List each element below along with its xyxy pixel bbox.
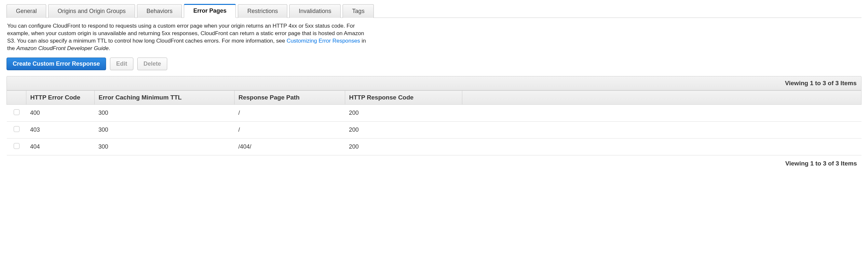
table-row[interactable]: 404 300 /404/ 200 — [7, 138, 862, 155]
col-http-error[interactable]: HTTP Error Code — [26, 91, 95, 104]
col-ttl[interactable]: Error Caching Minimum TTL — [95, 91, 235, 104]
cell-path: /404/ — [235, 138, 345, 155]
cell-ttl: 300 — [95, 138, 235, 155]
tab-row: General Origins and Origin Groups Behavi… — [6, 0, 862, 18]
table-row[interactable]: 403 300 / 200 — [7, 121, 862, 138]
error-pages-table: HTTP Error Code Error Caching Minimum TT… — [6, 91, 862, 155]
col-response-code[interactable]: HTTP Response Code — [345, 91, 462, 104]
row-checkbox[interactable] — [14, 143, 20, 149]
tab-behaviors[interactable]: Behaviors — [137, 4, 182, 18]
tab-origins[interactable]: Origins and Origin Groups — [48, 4, 135, 18]
tab-general[interactable]: General — [6, 4, 46, 18]
description-text: You can configure CloudFront to respond … — [7, 23, 372, 53]
cell-http-error: 403 — [26, 121, 95, 138]
action-bar: Create Custom Error Response Edit Delete — [6, 58, 862, 70]
row-checkbox[interactable] — [14, 109, 20, 115]
cell-http-error: 404 — [26, 138, 95, 155]
cell-path: / — [235, 121, 345, 138]
tab-tags[interactable]: Tags — [343, 4, 374, 18]
tab-error-pages[interactable]: Error Pages — [184, 4, 236, 18]
cell-path: / — [235, 104, 345, 121]
create-custom-error-response-button[interactable]: Create Custom Error Response — [6, 58, 106, 70]
cell-response-code: 200 — [345, 138, 462, 155]
cell-http-error: 400 — [26, 104, 95, 121]
cell-ttl: 300 — [95, 104, 235, 121]
tab-invalidations[interactable]: Invalidations — [289, 4, 341, 18]
col-spacer — [462, 91, 862, 104]
desc-italic: Amazon CloudFront Developer Guide — [16, 45, 108, 51]
viewing-bar-top: Viewing 1 to 3 of 3 Items — [6, 76, 862, 91]
cell-response-code: 200 — [345, 121, 462, 138]
desc-part3: . — [108, 45, 110, 51]
customizing-error-responses-link[interactable]: Customizing Error Responses — [287, 38, 360, 44]
cell-ttl: 300 — [95, 121, 235, 138]
col-checkbox — [7, 91, 26, 104]
delete-button[interactable]: Delete — [137, 58, 167, 70]
row-checkbox[interactable] — [14, 126, 20, 132]
viewing-bar-bottom: Viewing 1 to 3 of 3 Items — [6, 155, 862, 167]
col-path[interactable]: Response Page Path — [235, 91, 345, 104]
table-row[interactable]: 400 300 / 200 — [7, 104, 862, 121]
cell-response-code: 200 — [345, 104, 462, 121]
edit-button[interactable]: Edit — [110, 58, 133, 70]
tab-restrictions[interactable]: Restrictions — [238, 4, 287, 18]
